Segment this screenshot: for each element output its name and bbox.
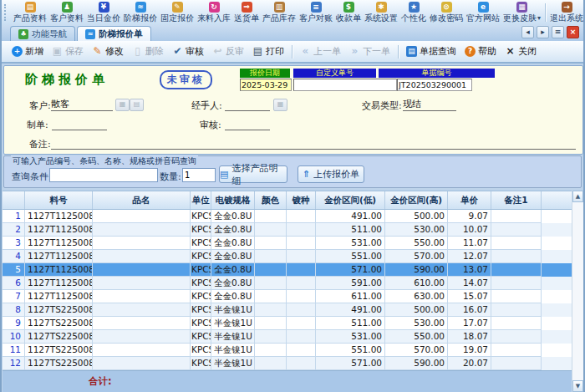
vertical-scrollbar[interactable]: ▲ ▼ (572, 191, 583, 392)
receipt-icon: $ (343, 2, 354, 13)
toolbar-item-reconcile[interactable]: ≡客户对账 (298, 0, 334, 25)
tab-quote-tab[interactable]: ≈阶梯报价单 (77, 26, 151, 41)
scroll-up-icon[interactable]: ▲ (572, 191, 583, 202)
toolbar-item-fixed-quote[interactable]: ✎固定报价 (159, 0, 196, 25)
tabs-container: ♣功能导航≈阶梯报价单 (10, 26, 153, 41)
filler-header[interactable] (542, 191, 574, 209)
delete-button[interactable]: ▯删除 (128, 43, 168, 59)
toolbar-item-gold-price[interactable]: ¥当日金价 (85, 0, 122, 25)
table-row[interactable]: 71127T1125008KPCS全金0.8U611.00630.0015.07 (3, 290, 574, 303)
toolbar-item-receipt[interactable]: $收款单 (334, 0, 363, 25)
toolbar-item-password[interactable]: ⊙修改密码 (428, 0, 465, 25)
table-cell (287, 303, 316, 317)
query-condition-input[interactable] (49, 168, 158, 182)
table-cell: 531.00 (316, 330, 385, 344)
column-header[interactable]: 颜色 (255, 191, 287, 209)
table-row[interactable]: 11127T1125008KPCS全金0.8U491.00500.009.07 (3, 210, 574, 223)
fixed-quote-icon: ✎ (172, 2, 183, 13)
table-row[interactable]: 61127T1125008KPCS全金0.8U591.00610.0014.07 (3, 277, 574, 290)
trade-type-value[interactable]: 现结 (403, 98, 456, 111)
table-cell (491, 250, 542, 263)
column-header[interactable]: 料号 (25, 191, 93, 209)
toolbar-item-tier-quote[interactable]: ≈阶梯报价 (122, 0, 159, 25)
handler-lookup-icon[interactable]: ▦ (273, 99, 287, 111)
unaudit-button[interactable]: ↩反审 (208, 43, 248, 59)
table-cell: 全金0.8U (211, 237, 255, 250)
table-row[interactable]: 91127TS225008KPCS半金镍1U511.00530.0017.07 (3, 317, 574, 330)
chevron-down-icon[interactable]: ▾ (537, 14, 541, 22)
column-header[interactable]: 金价区间(高) (385, 191, 448, 209)
toolbar-item-website[interactable]: e官方网站 (465, 0, 501, 25)
quote-date-input[interactable] (240, 79, 292, 91)
personalize-icon: ★ (409, 2, 420, 13)
table-row[interactable]: 31127T1125008KPCS全金0.8U531.00550.0011.07 (3, 237, 574, 250)
table-cell (93, 263, 191, 277)
toolbar-item-skin[interactable]: ▦更换皮肤▾ (501, 0, 542, 25)
customer-value[interactable]: 散客 (51, 98, 113, 111)
upload-quote-button[interactable]: ⇑ 上传报价单 (298, 165, 364, 183)
toolbar-item-exit[interactable]: →退出系统 (548, 0, 583, 25)
table-row[interactable]: 101127TS225008KPCS半金镍1U531.00550.0018.07 (3, 330, 574, 344)
table-row[interactable]: 81127TS225008KPCS半金镍1U491.00500.0016.07 (3, 303, 574, 317)
audit-button[interactable]: ✔审核 (168, 43, 208, 59)
custom-no-input[interactable] (293, 79, 397, 91)
table-row[interactable]: 41127T1125008KPCS全金0.8U551.00570.0012.07 (3, 250, 574, 263)
quantity-input[interactable] (182, 168, 216, 182)
doc-search-button[interactable]: ▤单据查询 (402, 43, 460, 59)
table-cell (255, 303, 287, 317)
table-cell: 13.07 (448, 263, 491, 277)
toolbar-item-personalize[interactable]: ★个性化 (399, 0, 428, 25)
toolbar-item-products[interactable]: ▤产品资料 (12, 0, 48, 25)
table-cell: 5 (3, 263, 25, 277)
column-header[interactable]: 品名 (93, 191, 191, 209)
toolbar-item-label: 当日金价 (87, 13, 120, 24)
handler-value[interactable] (225, 98, 270, 111)
table-row[interactable]: 51127T1125008KPCS全金0.8U571.00590.0013.07 (3, 263, 574, 277)
toolbar-item-inventory[interactable]: ▥产品库存 (261, 0, 298, 25)
column-header[interactable]: 金价区间(低) (316, 191, 385, 209)
table-cell: 500.00 (385, 210, 448, 223)
toolbar-item-customers[interactable]: ♟客户资料 (48, 0, 85, 25)
tab-scroll-right-icon[interactable]: ▸ (537, 26, 549, 38)
remark-value[interactable] (51, 136, 576, 150)
toolbar-item-delivery[interactable]: ⇒送货单 (232, 0, 261, 25)
tab-close-icon[interactable]: × (567, 26, 579, 38)
toolbar-item-label: 客户对账 (299, 13, 333, 24)
doc-no-input[interactable] (397, 79, 472, 91)
close-button[interactable]: ×关闭 (501, 43, 541, 59)
column-header[interactable]: 电镀规格 (211, 191, 255, 209)
next-doc-button[interactable]: »下一单 (345, 43, 394, 59)
column-header[interactable]: 单位 (191, 191, 211, 209)
toolbar-grip[interactable] (4, 4, 8, 21)
toolbar-item-inbound[interactable]: ↻来料入库 (196, 0, 232, 25)
customer-detail-icon[interactable]: ▤ (130, 99, 144, 111)
tab-scroll-left-icon[interactable]: ◂ (521, 26, 534, 38)
table-row[interactable]: 21127T1125008KPCS全金0.8U511.00530.0010.07 (3, 223, 574, 237)
help-button[interactable]: ?帮助 (460, 43, 501, 59)
toolbar-button-label: 删除 (145, 45, 164, 58)
add-button[interactable]: +新增 (8, 43, 48, 59)
tab-list-icon[interactable]: ≡ (552, 26, 564, 38)
save-button[interactable]: ▣保存 (48, 43, 88, 59)
settings-icon: ✱ (376, 2, 387, 13)
delivery-icon: ⇒ (242, 2, 252, 13)
column-header[interactable]: 镀种 (287, 191, 316, 209)
print-button[interactable]: ▤打印 (248, 43, 288, 59)
table-row[interactable]: 111127TS225008KPCS半金镍1U551.00570.0019.07 (3, 344, 574, 357)
tab-nav-tab[interactable]: ♣功能导航 (10, 26, 75, 41)
edit-button[interactable]: ✎修改 (88, 43, 128, 59)
prev-doc-button[interactable]: «上一单 (296, 43, 345, 59)
column-header[interactable]: 单价 (448, 191, 491, 209)
table-cell: 530.00 (385, 223, 448, 237)
select-products-button[interactable]: ▤ 选择产品明细 (219, 165, 287, 183)
table-cell: 半金镍1U (211, 357, 255, 370)
column-header[interactable]: 备注1 (491, 191, 542, 209)
toolbar-item-settings[interactable]: ✱系统设置 (363, 0, 399, 25)
table-cell (491, 344, 542, 357)
row-number-header[interactable] (3, 191, 25, 209)
table-cell (491, 237, 542, 250)
table-row[interactable]: 121127TS225008KPCS半金镍1U571.00590.0020.07 (3, 357, 574, 370)
customer-lookup-icon[interactable]: ▦ (115, 99, 130, 111)
table-cell (287, 250, 316, 263)
scroll-down-icon[interactable]: ▼ (572, 380, 583, 392)
